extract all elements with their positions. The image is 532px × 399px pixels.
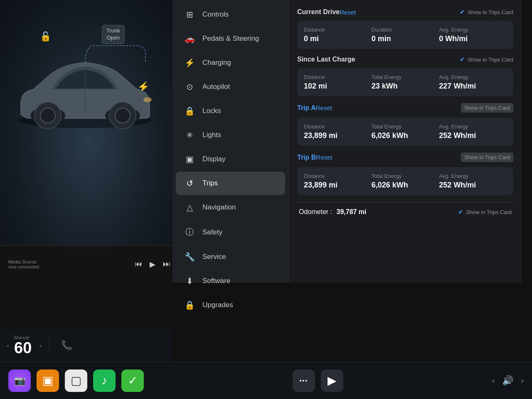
menu-item-software[interactable]: ⬇ Software: [176, 269, 285, 293]
since-charge-avg-energy-cell: Avg. Energy 227 Wh/mi: [439, 74, 507, 91]
spotify-app-button[interactable]: ♪: [93, 369, 116, 392]
controls-label: Controls: [202, 10, 229, 19]
trips-label: Trips: [202, 179, 218, 187]
side-menu: ⊞ Controls 🚗 Pedals & Steering ⚡ Chargin…: [172, 0, 289, 283]
current-drive-title: Current Drive: [297, 8, 340, 16]
odometer-label: Odometer :: [299, 208, 332, 215]
menu-item-autopilot[interactable]: ⊙ Autopilot: [176, 75, 285, 99]
odometer-text: Odometer : 39,787 mi: [299, 208, 367, 216]
trip-b-reset-button[interactable]: Reset: [316, 154, 332, 161]
screen-wrapper: Trunk Open 🔓 ⚡: [0, 0, 532, 399]
trip-b-show-trips-label: Show in Trips Card: [464, 154, 510, 160]
speed-next-chevron[interactable]: ›: [39, 341, 42, 350]
menu-item-navigation[interactable]: △ Navigation: [176, 196, 285, 219]
speed-section: ‹ Manual 60 › 📞: [0, 329, 172, 362]
trip-a-avg-energy-label: Avg. Energy: [439, 123, 507, 130]
current-drive-show-trips: ✔ Show in Trips Card: [460, 8, 513, 16]
trips-icon: ↺: [184, 178, 195, 188]
trip-a-card: Distance 23,899 mi Total Energy 6,026 kW…: [297, 118, 513, 146]
menu-item-upgrades[interactable]: 🔒 Upgrades: [176, 293, 285, 317]
since-charge-avg-energy-value: 227 Wh/mi: [439, 82, 507, 91]
since-charge-total-energy-label: Total Energy: [372, 74, 439, 80]
taskbar: 📷 ▣ ▢ ♪ ✓ ••• ▶ ‹ 🔊: [0, 362, 532, 399]
camera-app-button[interactable]: 📷: [8, 369, 31, 392]
trip-a-total-energy-label: Total Energy: [372, 123, 439, 130]
speed-value: 60: [14, 340, 32, 356]
odometer-checkbox-icon[interactable]: ✔: [458, 208, 463, 216]
trip-b-total-energy-label: Total Energy: [372, 173, 439, 179]
taskbar-nav: ‹ 🔊 ›: [492, 375, 524, 386]
play-pause-button[interactable]: ▶: [150, 260, 155, 269]
since-charge-total-energy-cell: Total Energy 23 kWh: [372, 74, 439, 91]
safety-label: Safety: [202, 228, 222, 236]
trips-content: Current Drive Reset ✔ Show in Trips Card…: [289, 0, 522, 283]
charging-icon: ⚡: [184, 58, 195, 68]
odometer-value: 39,787 mi: [336, 208, 366, 215]
dots-menu-button[interactable]: •••: [293, 369, 315, 392]
trip-a-title: Trip A: [297, 104, 316, 112]
media-source: Media Source vice connected: [8, 259, 131, 269]
trip-a-distance-label: Distance: [304, 123, 372, 130]
current-drive-energy-value: 0 Wh/mi: [439, 34, 507, 43]
charging-label: Charging: [202, 59, 231, 67]
car-illustration: [8, 25, 162, 141]
since-charge-distance-label: Distance: [304, 74, 372, 80]
menu-item-charging[interactable]: ⚡ Charging: [176, 51, 285, 74]
trip-b-total-energy-cell: Total Energy 6,026 kWh: [372, 173, 439, 190]
current-drive-show-trips-label: Show in Trips Card: [468, 9, 513, 15]
camera-icon: 📷: [14, 375, 25, 386]
current-drive-header: Current Drive Reset ✔ Show in Trips Card: [297, 8, 513, 16]
nav-prev-arrow[interactable]: ‹: [492, 376, 495, 385]
volume-icon[interactable]: 🔊: [502, 375, 513, 386]
trip-a-distance-cell: Distance 23,899 mi: [304, 123, 372, 140]
current-drive-energy-cell: Avg. Energy 0 Wh/mi: [439, 27, 507, 43]
navigation-label: Navigation: [202, 203, 236, 212]
green-app-button[interactable]: ✓: [121, 369, 144, 392]
trip-b-distance-label: Distance: [304, 173, 372, 179]
trip-b-avg-energy-cell: Avg. Energy 252 Wh/mi: [439, 173, 507, 190]
divider: [49, 337, 49, 354]
menu-item-locks[interactable]: 🔒 Locks: [176, 99, 285, 123]
menu-item-safety[interactable]: ⓘ Safety: [176, 220, 285, 244]
trip-b-distance-cell: Distance 23,899 mi: [304, 173, 372, 190]
display-label: Display: [202, 155, 226, 163]
trip-a-total-energy-cell: Total Energy 6,026 kWh: [372, 123, 439, 140]
spotify-icon: ♪: [101, 374, 107, 387]
trip-a-avg-energy-cell: Avg. Energy 252 Wh/mi: [439, 123, 507, 140]
white-app-button[interactable]: ▢: [65, 369, 87, 392]
trip-a-reset-button[interactable]: Reset: [316, 104, 332, 111]
current-drive-checkbox-icon[interactable]: ✔: [460, 8, 465, 16]
menu-item-service[interactable]: 🔧 Service: [176, 245, 285, 268]
upgrades-label: Upgrades: [202, 301, 233, 309]
trip-a-show-trips: Show in Trips Card: [461, 103, 513, 113]
menu-item-pedals[interactable]: 🚗 Pedals & Steering: [176, 27, 285, 50]
media-play-icon: ▶: [328, 374, 337, 387]
svg-point-8: [143, 97, 152, 102]
menu-item-lights[interactable]: ✳ Lights: [176, 123, 285, 147]
current-drive-distance-label: Distance: [304, 27, 372, 33]
trip-b-header: Trip B Reset Show in Trips Card: [297, 153, 513, 162]
menu-item-controls[interactable]: ⊞ Controls: [176, 3, 285, 26]
menu-item-trips[interactable]: ↺ Trips: [176, 172, 285, 195]
menu-item-display[interactable]: ▣ Display: [176, 148, 285, 171]
since-charge-checkbox-icon[interactable]: ✔: [460, 56, 465, 63]
next-track-button[interactable]: ⏭: [163, 260, 170, 268]
current-drive-duration-cell: Duration 0 min: [372, 27, 439, 43]
phone-icon[interactable]: 📞: [61, 340, 72, 351]
orange-app-button[interactable]: ▣: [37, 369, 59, 392]
since-charge-distance-cell: Distance 102 mi: [304, 74, 372, 91]
current-drive-reset-button[interactable]: Reset: [340, 9, 356, 16]
trip-b-data-row: Distance 23,899 mi Total Energy 6,026 kW…: [304, 173, 507, 190]
since-charge-distance-value: 102 mi: [304, 82, 372, 91]
prev-track-button[interactable]: ⏮: [135, 260, 142, 268]
current-drive-distance-cell: Distance 0 mi: [304, 27, 372, 43]
locks-label: Locks: [202, 107, 221, 115]
navigation-icon: △: [184, 202, 195, 212]
since-charge-avg-energy-label: Avg. Energy: [439, 74, 507, 80]
speed-display: Manual 60: [14, 335, 32, 356]
odometer-show-trips-label: Show in Trips Card: [466, 209, 512, 215]
speed-prev-chevron[interactable]: ‹: [7, 341, 9, 350]
media-play-button[interactable]: ▶: [321, 369, 343, 392]
car-display: Trunk Open 🔓 ⚡: [0, 0, 179, 283]
nav-next-arrow[interactable]: ›: [521, 376, 524, 385]
